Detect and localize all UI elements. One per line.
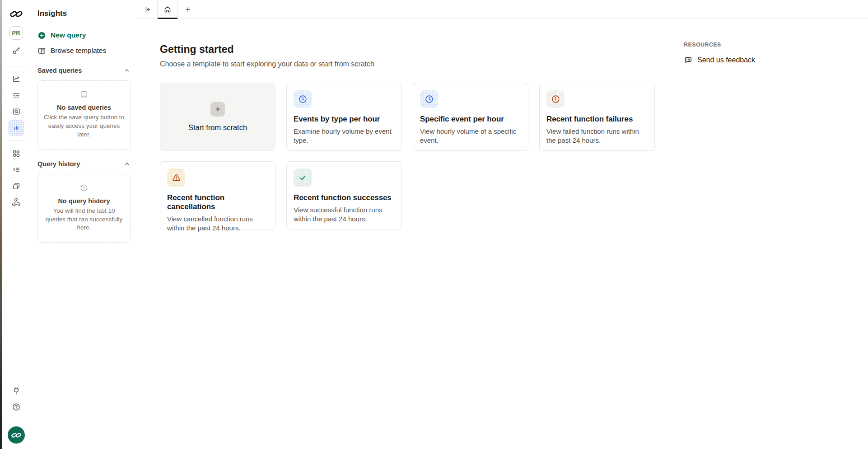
template-card-title: Events by type per hour: [294, 115, 395, 124]
template-card-description: View successful function runs within the…: [294, 206, 395, 224]
template-card-title: Recent function failures: [546, 115, 648, 124]
account-avatar[interactable]: [8, 426, 25, 444]
template-card-description: Examine hourly volume by event type.: [294, 127, 395, 145]
collapse-query-history-chevron-icon[interactable]: [123, 160, 131, 168]
clock-icon: [420, 90, 438, 108]
app-window: PR: [0, 0, 868, 449]
send-feedback-link[interactable]: Send us feedback: [684, 56, 755, 65]
template-card-title: Recent function cancellations: [167, 193, 268, 211]
clock-icon: [294, 90, 312, 108]
query-history-empty-title: No query history: [43, 197, 125, 205]
inngest-logo-icon[interactable]: [9, 9, 23, 19]
log-search-icon[interactable]: [8, 103, 24, 120]
functions-icon[interactable]: [8, 178, 24, 194]
collapse-saved-queries-chevron-icon[interactable]: [123, 67, 131, 74]
template-card-description: View failed function runs within the pas…: [546, 127, 648, 145]
rail-divider: [8, 140, 24, 141]
help-icon[interactable]: [8, 399, 24, 415]
bookmark-icon: [43, 90, 125, 99]
templates-panel-icon: [37, 47, 46, 55]
rail-divider: [8, 419, 24, 419]
collapse-sidebar-button[interactable]: [138, 0, 158, 19]
template-card-function-successes[interactable]: Recent function successes View successfu…: [286, 161, 402, 229]
plus-icon: [214, 105, 222, 113]
start-from-scratch-plus-button[interactable]: [210, 102, 225, 117]
check-icon: [294, 168, 312, 187]
query-history-empty-state: No query history You will find the last …: [37, 174, 131, 243]
template-card-function-cancellations[interactable]: Recent function cancellations View cance…: [160, 161, 275, 229]
saved-queries-label: Saved queries: [37, 67, 82, 74]
sidebar-title: Insights: [37, 8, 131, 19]
page-title: Getting started: [160, 42, 868, 56]
plus-circle-icon: [37, 31, 46, 40]
template-card-function-failures[interactable]: Recent function failures View failed fun…: [539, 83, 655, 151]
main-area: Getting started Choose a template to sta…: [138, 0, 868, 449]
resources-header: RESOURCES: [684, 42, 755, 48]
new-query-button[interactable]: New query: [37, 30, 131, 41]
saved-queries-empty-description: Click the save query button to easily ac…: [43, 113, 125, 139]
new-query-label: New query: [51, 31, 86, 39]
runs-icon[interactable]: [8, 162, 24, 178]
resources-section: RESOURCES Send us feedback: [684, 42, 755, 65]
events-list-icon[interactable]: [8, 87, 24, 103]
start-from-scratch-label: Start from scratch: [188, 123, 247, 132]
icon-rail: PR: [2, 0, 30, 449]
webhook-icon[interactable]: [8, 194, 24, 210]
send-feedback-label: Send us feedback: [697, 56, 755, 64]
tab-bar: [138, 0, 868, 19]
metrics-icon[interactable]: [8, 71, 24, 87]
saved-queries-empty-state: No saved queries Click the save query bu…: [37, 80, 131, 150]
template-card-grid: Start from scratch Events by type per ho…: [160, 83, 868, 229]
saved-queries-empty-title: No saved queries: [43, 104, 125, 111]
keys-icon[interactable]: [8, 42, 24, 59]
integrations-plug-icon[interactable]: [8, 383, 24, 399]
alert-circle-icon: [546, 90, 565, 108]
insights-sidebar: Insights New query Browse templates: [30, 0, 138, 449]
warning-triangle-icon: [167, 168, 185, 187]
apps-icon[interactable]: [8, 145, 24, 162]
template-card-specific-event[interactable]: Specific event per hour View hourly volu…: [413, 83, 528, 151]
browse-templates-label: Browse templates: [51, 47, 106, 55]
query-history-label: Query history: [37, 160, 80, 168]
plus-icon: [184, 6, 191, 13]
start-from-scratch-card[interactable]: Start from scratch: [160, 83, 275, 151]
workspace-badge[interactable]: PR: [9, 26, 23, 40]
template-card-description: View hourly volume of a specific event.: [420, 127, 521, 145]
query-history-header: Query history: [37, 159, 131, 168]
template-card-description: View cancelled function runs within the …: [167, 215, 268, 233]
tab-home[interactable]: [158, 0, 178, 19]
rail-divider: [8, 66, 24, 66]
feedback-bubble-icon: [684, 56, 693, 65]
browse-templates-button[interactable]: Browse templates: [37, 45, 131, 56]
template-card-title: Specific event per hour: [420, 115, 521, 124]
page-subtitle: Choose a template to start exploring you…: [160, 59, 868, 69]
template-card-title: Recent function successes: [294, 193, 395, 202]
insights-icon[interactable]: [8, 120, 24, 136]
template-card-events-by-type[interactable]: Events by type per hour Examine hourly v…: [286, 83, 402, 151]
query-history-empty-description: You will find the last 10 queries that r…: [43, 207, 125, 233]
new-tab-button[interactable]: [178, 0, 198, 19]
history-clock-icon: [43, 183, 125, 192]
home-icon: [163, 5, 172, 14]
saved-queries-header: Saved queries: [37, 66, 131, 75]
getting-started-panel: Getting started Choose a template to sta…: [138, 19, 868, 449]
